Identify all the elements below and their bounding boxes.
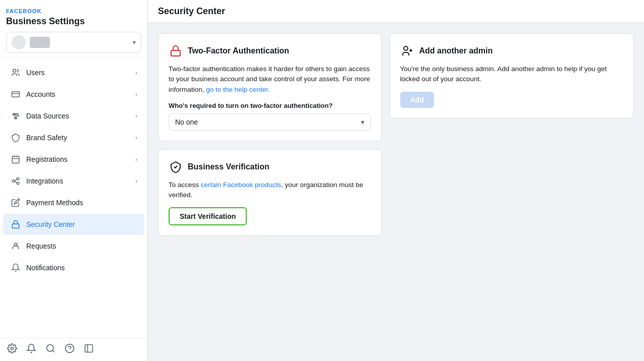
business-verification-title: Business Verification bbox=[188, 162, 270, 171]
integrations-icon bbox=[10, 175, 21, 187]
svg-line-21 bbox=[52, 350, 55, 352]
two-factor-auth-card: Two-Factor Authentication Two-factor aut… bbox=[158, 33, 382, 141]
sidebar-item-brand-safety[interactable]: Brand Safety › bbox=[3, 127, 144, 148]
chevron-down-icon: ▾ bbox=[361, 118, 364, 126]
card-header: Two-Factor Authentication bbox=[169, 44, 371, 58]
settings-icon[interactable] bbox=[7, 343, 17, 356]
sidebar-item-notifications[interactable]: Notifications bbox=[3, 257, 144, 278]
users-icon bbox=[10, 67, 21, 78]
add-admin-card: Add another admin You're the only busine… bbox=[390, 33, 634, 118]
sidebar-item-label: Registrations bbox=[26, 155, 68, 163]
requests-icon bbox=[10, 240, 21, 252]
svg-rect-26 bbox=[171, 50, 180, 56]
sidebar-nav: Users › Accounts › Data Sources › Brand … bbox=[0, 57, 147, 338]
svg-rect-24 bbox=[85, 345, 93, 352]
sidebar-item-security-center[interactable]: Security Center bbox=[3, 214, 144, 235]
card-header: Add another admin bbox=[400, 44, 624, 58]
svg-point-14 bbox=[17, 182, 19, 185]
sidebar-item-users[interactable]: Users › bbox=[3, 62, 144, 83]
add-admin-title: Add another admin bbox=[419, 46, 493, 55]
svg-rect-17 bbox=[12, 224, 19, 228]
sidebar-header: FACEBOOK Business Settings ▾ bbox=[0, 0, 147, 57]
sidebar-item-requests[interactable]: Requests bbox=[3, 235, 144, 257]
chevron-right-icon: › bbox=[135, 91, 137, 97]
two-factor-question: Who's required to turn on two-factor aut… bbox=[169, 102, 371, 109]
card-header: Business Verification bbox=[169, 160, 371, 174]
business-settings-title: Business Settings bbox=[6, 16, 141, 27]
account-selector[interactable]: ▾ bbox=[6, 32, 141, 53]
svg-rect-1 bbox=[12, 92, 20, 97]
registrations-icon bbox=[10, 154, 21, 165]
content-area: Two-Factor Authentication Two-factor aut… bbox=[148, 23, 644, 246]
bell-icon[interactable] bbox=[26, 343, 36, 356]
svg-line-15 bbox=[15, 179, 17, 181]
sidebar-item-label: Payment Methods bbox=[26, 199, 83, 207]
two-factor-dropdown[interactable]: No one ▾ bbox=[169, 113, 371, 131]
svg-point-12 bbox=[12, 180, 15, 183]
business-verification-description: To access certain Facebook products, you… bbox=[169, 180, 371, 201]
add-admin-button[interactable]: Add bbox=[400, 92, 434, 108]
facebook-logo: FACEBOOK bbox=[6, 8, 141, 14]
facebook-products-link[interactable]: certain Facebook products bbox=[201, 181, 281, 189]
add-admin-icon bbox=[400, 44, 414, 58]
sidebar-item-label: Integrations bbox=[26, 177, 63, 185]
two-factor-title: Two-Factor Authentication bbox=[188, 46, 289, 55]
shield-check-icon bbox=[169, 160, 183, 174]
dropdown-value: No one bbox=[175, 118, 198, 126]
security-center-icon bbox=[10, 219, 21, 230]
svg-point-0 bbox=[13, 69, 16, 72]
chevron-right-icon: › bbox=[135, 70, 137, 76]
page-title: Security Center bbox=[148, 0, 644, 23]
sidebar-item-label: Security Center bbox=[26, 220, 75, 228]
svg-rect-8 bbox=[12, 156, 19, 163]
sidebar: FACEBOOK Business Settings ▾ Users › Acc… bbox=[0, 0, 148, 361]
sidebar-item-label: Users bbox=[26, 69, 45, 77]
panel-icon[interactable] bbox=[84, 343, 94, 356]
sidebar-item-data-sources[interactable]: Data Sources › bbox=[3, 105, 144, 127]
start-verification-button[interactable]: Start Verification bbox=[169, 207, 247, 225]
lock-icon bbox=[169, 44, 183, 58]
sidebar-item-payment-methods[interactable]: Payment Methods bbox=[3, 192, 144, 213]
svg-line-16 bbox=[15, 181, 17, 183]
svg-point-27 bbox=[404, 46, 408, 50]
two-factor-description: Two-factor authentication makes it harde… bbox=[169, 64, 371, 95]
left-cards-column: Two-Factor Authentication Two-factor aut… bbox=[158, 33, 382, 236]
chevron-right-icon: › bbox=[135, 156, 137, 162]
sidebar-item-label: Requests bbox=[26, 242, 56, 250]
accounts-icon bbox=[10, 89, 21, 100]
svg-point-19 bbox=[11, 347, 14, 350]
brand-safety-icon bbox=[10, 132, 21, 143]
svg-point-20 bbox=[47, 345, 53, 351]
avatar-circle bbox=[12, 35, 26, 49]
notifications-icon bbox=[10, 262, 21, 273]
sidebar-item-label: Data Sources bbox=[26, 112, 69, 120]
sidebar-item-integrations[interactable]: Integrations › bbox=[3, 170, 144, 192]
sidebar-item-label: Notifications bbox=[26, 264, 65, 272]
help-center-link[interactable]: go to the help center. bbox=[206, 86, 270, 93]
sidebar-item-registrations[interactable]: Registrations › bbox=[3, 149, 144, 170]
chevron-right-icon: › bbox=[135, 135, 137, 141]
sidebar-item-label: Brand Safety bbox=[26, 134, 67, 142]
chevron-right-icon: › bbox=[135, 178, 137, 184]
avatar-rect bbox=[30, 37, 50, 48]
main-content: Security Center Two-Factor Authenticatio… bbox=[148, 0, 644, 361]
add-admin-description: You're the only business admin. Add anot… bbox=[400, 64, 624, 85]
data-sources-icon bbox=[10, 110, 21, 122]
payment-methods-icon bbox=[10, 197, 21, 208]
sidebar-item-label: Accounts bbox=[26, 90, 56, 98]
chevron-right-icon: › bbox=[135, 113, 137, 119]
svg-point-13 bbox=[17, 177, 19, 180]
help-icon[interactable] bbox=[65, 343, 75, 356]
search-icon[interactable] bbox=[45, 343, 56, 356]
business-verification-card: Business Verification To access certain … bbox=[158, 149, 382, 236]
sidebar-item-accounts[interactable]: Accounts › bbox=[3, 84, 144, 105]
chevron-down-icon: ▾ bbox=[133, 39, 136, 46]
sidebar-bottom-bar bbox=[0, 338, 147, 361]
